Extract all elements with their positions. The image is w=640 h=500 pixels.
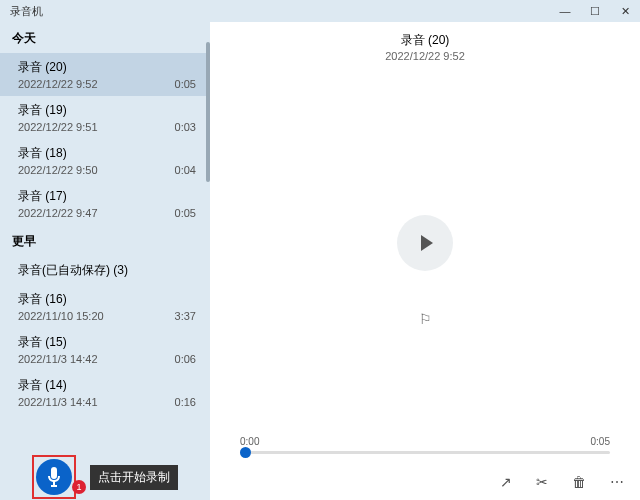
player-panel: 录音 (20) 2022/12/22 9:52 ⚐ 0:00 0:05	[210, 22, 640, 500]
title-bar: 录音机 — ☐ ✕	[0, 0, 640, 22]
recording-duration: 0:05	[175, 207, 196, 219]
recording-title: 录音 (18)	[18, 145, 196, 162]
trim-button[interactable]: ✂	[536, 474, 548, 490]
recording-duration: 0:06	[175, 353, 196, 365]
recording-title: 录音 (14)	[18, 377, 196, 394]
recording-date: 2022/11/3 14:42	[18, 353, 98, 365]
minimize-button[interactable]: —	[550, 5, 580, 17]
recording-item[interactable]: 录音(已自动保存) (3)	[0, 256, 210, 285]
record-button[interactable]	[36, 459, 72, 495]
trash-icon: 🗑	[572, 474, 586, 490]
add-marker-button[interactable]: ⚐	[419, 311, 432, 327]
recordings-list: 今天 录音 (20) 2022/12/22 9:52 0:05 录音 (19) …	[0, 22, 210, 454]
recording-item[interactable]: 录音 (20) 2022/12/22 9:52 0:05	[0, 53, 210, 96]
record-bar: 1 点击开始录制	[0, 454, 210, 500]
recording-date: 2022/12/22 9:50	[18, 164, 98, 176]
seek-bar[interactable]	[240, 451, 610, 454]
app-title: 录音机	[10, 4, 43, 19]
timeline: 0:00 0:05	[210, 436, 640, 464]
group-header-earlier: 更早	[0, 225, 210, 256]
recording-date: 2022/12/22 9:47	[18, 207, 98, 219]
more-button[interactable]: ⋯	[610, 474, 624, 490]
share-button[interactable]: ↗	[500, 474, 512, 490]
annotation-badge: 1	[72, 480, 86, 494]
more-icon: ⋯	[610, 474, 624, 490]
recording-title: 录音 (17)	[18, 188, 196, 205]
recording-title: 录音 (19)	[18, 102, 196, 119]
recording-duration: 0:03	[175, 121, 196, 133]
recording-date: 2022/11/10 15:20	[18, 310, 104, 322]
app-window: 录音机 — ☐ ✕ 今天 录音 (20) 2022/12/22 9:52 0:0…	[0, 0, 640, 500]
recording-item[interactable]: 录音 (18) 2022/12/22 9:50 0:04	[0, 139, 210, 182]
share-icon: ↗	[500, 474, 512, 490]
delete-button[interactable]: 🗑	[572, 474, 586, 490]
recording-date: 2022/12/22 9:51	[18, 121, 98, 133]
recording-duration: 0:05	[175, 78, 196, 90]
recording-duration: 0:04	[175, 164, 196, 176]
microphone-icon	[46, 467, 62, 487]
player-header: 录音 (20) 2022/12/22 9:52	[210, 22, 640, 66]
time-total: 0:05	[591, 436, 610, 447]
recording-item[interactable]: 录音 (16) 2022/11/10 15:20 3:37	[0, 285, 210, 328]
group-header-today: 今天	[0, 22, 210, 53]
close-button[interactable]: ✕	[610, 5, 640, 18]
recording-title: 录音(已自动保存) (3)	[18, 262, 196, 279]
maximize-button[interactable]: ☐	[580, 5, 610, 18]
annotation-highlight	[32, 455, 76, 499]
current-recording-title: 录音 (20)	[210, 32, 640, 49]
recording-duration: 3:37	[175, 310, 196, 322]
play-button[interactable]	[397, 215, 453, 271]
recording-title: 录音 (20)	[18, 59, 196, 76]
recording-date: 2022/11/3 14:41	[18, 396, 98, 408]
recording-item[interactable]: 录音 (15) 2022/11/3 14:42 0:06	[0, 328, 210, 371]
seek-thumb[interactable]	[240, 447, 251, 458]
trim-icon: ✂	[536, 474, 548, 490]
bottom-toolbar: ↗ ✂ 🗑 ⋯	[210, 464, 640, 500]
recording-item[interactable]: 录音 (14) 2022/11/3 14:41 0:16	[0, 371, 210, 414]
recording-item[interactable]: 录音 (19) 2022/12/22 9:51 0:03	[0, 96, 210, 139]
recording-title: 录音 (15)	[18, 334, 196, 351]
recordings-sidebar: 今天 录音 (20) 2022/12/22 9:52 0:05 录音 (19) …	[0, 22, 210, 500]
recording-title: 录音 (16)	[18, 291, 196, 308]
recording-date: 2022/12/22 9:52	[18, 78, 98, 90]
play-icon	[421, 235, 433, 251]
flag-icon: ⚐	[419, 311, 432, 327]
recording-item[interactable]: 录音 (17) 2022/12/22 9:47 0:05	[0, 182, 210, 225]
current-recording-date: 2022/12/22 9:52	[210, 50, 640, 62]
recording-duration: 0:16	[175, 396, 196, 408]
time-elapsed: 0:00	[240, 436, 259, 447]
record-tooltip: 点击开始录制	[90, 465, 178, 490]
